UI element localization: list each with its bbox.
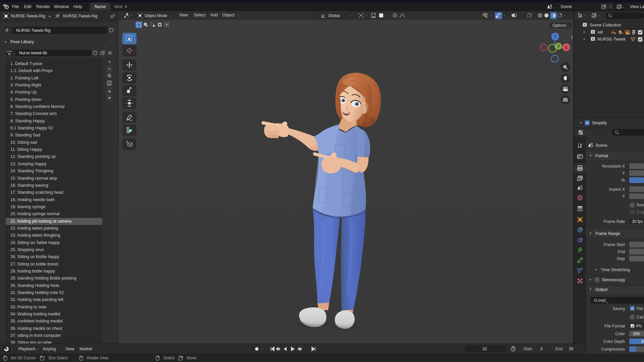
svg-text:Z: Z	[554, 35, 556, 39]
svg-text:?: ?	[109, 81, 110, 84]
svg-text:Y: Y	[557, 44, 560, 49]
svg-text:X: X	[565, 45, 568, 50]
